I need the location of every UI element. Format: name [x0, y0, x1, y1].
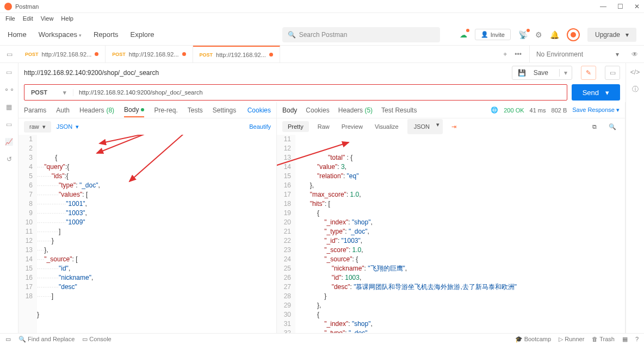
apis-icon[interactable]: ⚬⚬ — [4, 86, 15, 93]
statusbar: ▭ 🔍 Find and Replace ▭ Console 🎓 Bootcam… — [0, 333, 644, 345]
nav-explore[interactable]: Explore — [131, 30, 154, 39]
request-tab[interactable]: POSThttp://192.168.92... — [18, 46, 106, 63]
notifications-icon[interactable]: 🔔 — [550, 30, 559, 39]
console-toggle[interactable]: ▭ Console — [82, 336, 111, 343]
menu-edit[interactable]: Edit — [23, 15, 33, 22]
sync-icon[interactable]: ☁ — [460, 30, 467, 39]
save-response-button[interactable]: Save Response ▾ — [572, 106, 620, 114]
response-time: 41 ms — [530, 107, 546, 114]
menu-file[interactable]: File — [5, 15, 15, 22]
method-selector[interactable]: POST▾ — [24, 89, 73, 96]
copy-icon[interactable]: ⧉ — [589, 121, 600, 133]
minimize-icon[interactable]: — — [600, 3, 606, 10]
env-quick-look-icon[interactable]: 👁 — [626, 46, 644, 62]
response-tabs: Body Cookies Headers (5) Test Results 🌐 … — [277, 102, 625, 118]
request-tabs: Params Auth Headers (8) Body Pre-req. Te… — [18, 102, 276, 118]
request-name: http://192.168.92.140:9200/shop/_doc/_se… — [24, 69, 159, 77]
collections-icon[interactable]: ▭ — [6, 68, 12, 76]
close-icon[interactable]: ✕ — [634, 3, 640, 10]
svg-line-2 — [129, 135, 184, 181]
resp-tab-cookies[interactable]: Cookies — [306, 106, 329, 114]
mock-icon[interactable]: ▭ — [6, 121, 12, 128]
response-body-viewer[interactable]: 1112131415161718192021222324252627282930… — [277, 135, 625, 333]
sidebar-icon: ▭ — [7, 51, 13, 58]
settings-icon[interactable]: ⚙ — [535, 30, 542, 39]
help-icon[interactable]: ? — [635, 336, 639, 343]
beautify-button[interactable]: Beautify — [249, 123, 271, 130]
url-row: POST▾ http://192.168.92.140:9200/shop/_d… — [18, 83, 626, 102]
tab-headers[interactable]: Headers (8) — [79, 106, 114, 114]
request-body-editor[interactable]: 123456789101112131415161718 {····"query"… — [18, 135, 276, 333]
environments-icon[interactable]: ▦ — [6, 103, 12, 111]
svg-line-1 — [97, 135, 146, 153]
request-tab[interactable]: POSThttp://192.168.92... — [106, 46, 193, 63]
status-code: 200 OK — [504, 107, 524, 114]
menu-help[interactable]: Help — [61, 15, 73, 22]
tab-actions-icon[interactable]: ••• — [515, 51, 522, 58]
monitors-icon[interactable]: 📈 — [5, 138, 13, 146]
panes-icon[interactable]: ▦ — [622, 336, 628, 343]
resp-tab-body[interactable]: Body — [282, 106, 297, 114]
tabstrip: ▭ POSThttp://192.168.92...POSThttp://192… — [0, 46, 644, 63]
app-title: Postman — [15, 3, 39, 10]
code-snippet-icon[interactable]: </> — [630, 68, 640, 76]
save-button[interactable]: 💾 Save▾ — [512, 66, 572, 80]
sidebar-toggle[interactable]: ▭ — [0, 46, 18, 62]
tab-prereq[interactable]: Pre-req. — [154, 106, 177, 114]
view-pretty[interactable]: Pretty — [282, 121, 309, 132]
history-icon[interactable]: ↺ — [7, 155, 12, 163]
cookies-link[interactable]: Cookies — [247, 106, 271, 114]
body-lang-selector[interactable]: JSON ▾ — [57, 123, 79, 130]
trash[interactable]: 🗑 Trash — [592, 336, 615, 343]
new-tab-button[interactable]: + — [503, 51, 507, 58]
nav-reports[interactable]: Reports — [94, 30, 119, 39]
wrap-icon[interactable]: ⇥ — [448, 121, 460, 133]
tab-params[interactable]: Params — [24, 106, 46, 114]
globe-icon[interactable]: 🌐 — [491, 106, 498, 114]
response-view-row: Pretty Raw Preview Visualize JSON ▾ ⇥ ⧉ … — [277, 118, 625, 135]
invite-button[interactable]: 👤 Invite — [475, 29, 511, 40]
nav-home[interactable]: Home — [8, 30, 27, 39]
capture-icon[interactable]: 📡 — [518, 30, 528, 39]
resp-tab-tests[interactable]: Test Results — [381, 106, 417, 114]
send-button[interactable]: Send▾ — [572, 84, 620, 101]
tab-body[interactable]: Body — [124, 106, 144, 117]
resp-lang-selector[interactable]: JSON ▾ — [407, 119, 443, 134]
left-rail: ▭ ⚬⚬ ▦ ▭ 📈 ↺ — [0, 63, 18, 333]
response-size: 802 B — [552, 107, 567, 114]
view-raw[interactable]: Raw — [314, 121, 333, 132]
comment-icon[interactable]: ▭ — [605, 66, 620, 80]
postman-logo — [4, 3, 12, 10]
find-replace[interactable]: 🔍 Find and Replace — [18, 336, 75, 343]
window-controls: — ☐ ✕ — [600, 3, 640, 10]
request-tab[interactable]: POSThttp://192.168.92... — [193, 46, 280, 63]
tab-settings[interactable]: Settings — [213, 106, 236, 114]
bootcamp[interactable]: 🎓 Bootcamp — [515, 336, 552, 343]
menu-view[interactable]: View — [41, 15, 54, 22]
search-response-icon[interactable]: 🔍 — [605, 121, 620, 133]
environment-selector[interactable]: No Environment▾ — [529, 46, 626, 62]
avatar[interactable] — [567, 28, 580, 41]
titlebar: Postman — ☐ ✕ — [0, 0, 644, 13]
tab-auth[interactable]: Auth — [56, 106, 70, 114]
url-input[interactable]: http://192.168.92.140:9200/shop/_doc/_se… — [73, 89, 567, 96]
topbar: Home Workspaces▾ Reports Explore 🔍 Searc… — [0, 24, 644, 46]
resp-tab-headers[interactable]: Headers (5) — [338, 106, 373, 114]
search-input[interactable]: 🔍 Search Postman — [282, 27, 440, 42]
body-mode-selector[interactable]: raw ▾ — [24, 121, 51, 133]
view-visualize[interactable]: Visualize — [371, 121, 402, 132]
maximize-icon[interactable]: ☐ — [617, 3, 623, 10]
search-icon: 🔍 — [288, 31, 296, 39]
tab-tests[interactable]: Tests — [188, 106, 203, 114]
menubar: File Edit View Help — [0, 13, 644, 24]
sidebar-toggle-icon[interactable]: ▭ — [5, 336, 11, 343]
upgrade-button[interactable]: Upgrade▾ — [587, 28, 636, 42]
edit-icon[interactable]: ✎ — [581, 66, 596, 80]
info-icon[interactable]: ⓘ — [632, 85, 639, 94]
runner[interactable]: ▷ Runner — [559, 336, 584, 343]
request-title-row: http://192.168.92.140:9200/shop/_doc/_se… — [18, 63, 626, 83]
view-preview[interactable]: Preview — [338, 121, 366, 132]
nav-workspaces[interactable]: Workspaces▾ — [39, 30, 82, 39]
svg-line-3 — [277, 142, 349, 184]
right-rail: </> ⓘ — [626, 63, 644, 333]
